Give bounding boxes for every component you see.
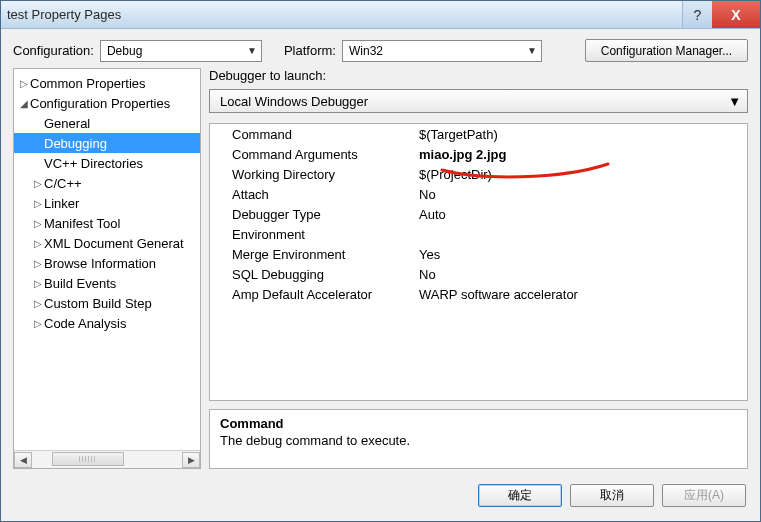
- tree-item-label: Linker: [44, 196, 79, 211]
- property-row[interactable]: Command$(TargetPath): [210, 124, 747, 144]
- property-name: Debugger Type: [210, 207, 415, 222]
- tree-item[interactable]: VC++ Directories: [14, 153, 200, 173]
- expander-icon[interactable]: ▷: [32, 298, 44, 309]
- description-box: Command The debug command to execute.: [209, 409, 748, 469]
- apply-button[interactable]: 应用(A): [662, 484, 746, 507]
- property-row[interactable]: Working Directory$(ProjectDir): [210, 164, 747, 184]
- description-text: The debug command to execute.: [220, 433, 737, 448]
- configuration-manager-button[interactable]: Configuration Manager...: [585, 39, 748, 62]
- property-row[interactable]: Debugger TypeAuto: [210, 204, 747, 224]
- property-value[interactable]: No: [415, 187, 747, 202]
- property-value[interactable]: $(ProjectDir): [415, 167, 747, 182]
- ok-button[interactable]: 确定: [478, 484, 562, 507]
- property-name: SQL Debugging: [210, 267, 415, 282]
- window-buttons: ? X: [682, 1, 760, 28]
- platform-combobox[interactable]: Win32 ▼: [342, 40, 542, 62]
- expander-icon[interactable]: ▷: [32, 198, 44, 209]
- property-value[interactable]: Yes: [415, 247, 747, 262]
- property-row[interactable]: Environment: [210, 224, 747, 244]
- property-row[interactable]: Amp Default AcceleratorWARP software acc…: [210, 284, 747, 304]
- expander-icon[interactable]: ▷: [32, 318, 44, 329]
- tree-item[interactable]: Debugging: [14, 133, 200, 153]
- expander-icon[interactable]: ▷: [32, 178, 44, 189]
- property-value[interactable]: No: [415, 267, 747, 282]
- scroll-track[interactable]: [32, 452, 182, 468]
- tree-item[interactable]: General: [14, 113, 200, 133]
- tree[interactable]: ▷Common Properties◢Configuration Propert…: [14, 69, 200, 450]
- tree-item-label: Build Events: [44, 276, 116, 291]
- property-name: Attach: [210, 187, 415, 202]
- tree-item-label: Browse Information: [44, 256, 156, 271]
- property-row[interactable]: Command Argumentsmiao.jpg 2.jpg: [210, 144, 747, 164]
- configuration-value: Debug: [107, 44, 142, 58]
- property-row[interactable]: SQL DebuggingNo: [210, 264, 747, 284]
- property-pages-window: test Property Pages ? X Configuration: D…: [0, 0, 761, 522]
- expander-icon[interactable]: ▷: [32, 258, 44, 269]
- tree-item-label: Debugging: [44, 136, 107, 151]
- scroll-right-button[interactable]: ▶: [182, 452, 200, 468]
- platform-value: Win32: [349, 44, 383, 58]
- expander-icon[interactable]: ▷: [18, 78, 30, 89]
- tree-item-label: Manifest Tool: [44, 216, 120, 231]
- dialog-footer: 确定 取消 应用(A): [1, 477, 760, 521]
- debugger-to-launch-combobox[interactable]: Local Windows Debugger ▼: [209, 89, 748, 113]
- property-name: Amp Default Accelerator: [210, 287, 415, 302]
- expander-icon[interactable]: ▷: [32, 278, 44, 289]
- configuration-combobox[interactable]: Debug ▼: [100, 40, 262, 62]
- property-grid[interactable]: Command$(TargetPath)Command Argumentsmia…: [209, 123, 748, 401]
- property-value[interactable]: Auto: [415, 207, 747, 222]
- property-value[interactable]: miao.jpg 2.jpg: [415, 147, 747, 162]
- help-button[interactable]: ?: [682, 1, 712, 28]
- scroll-left-button[interactable]: ◀: [14, 452, 32, 468]
- description-title: Command: [220, 416, 737, 431]
- property-value[interactable]: $(TargetPath): [415, 127, 747, 142]
- config-row: Configuration: Debug ▼ Platform: Win32 ▼…: [1, 29, 760, 68]
- body: ▷Common Properties◢Configuration Propert…: [1, 68, 760, 477]
- tree-item[interactable]: ▷Build Events: [14, 273, 200, 293]
- chevron-down-icon: ▼: [527, 45, 537, 56]
- cancel-button[interactable]: 取消: [570, 484, 654, 507]
- configuration-label: Configuration:: [13, 43, 94, 58]
- tree-item[interactable]: ▷Linker: [14, 193, 200, 213]
- debugger-to-launch-label: Debugger to launch:: [209, 68, 748, 83]
- property-name: Command: [210, 127, 415, 142]
- property-name: Merge Environment: [210, 247, 415, 262]
- tree-item-label: General: [44, 116, 90, 131]
- tree-item-label: Common Properties: [30, 76, 146, 91]
- property-row[interactable]: AttachNo: [210, 184, 747, 204]
- tree-item-label: Configuration Properties: [30, 96, 170, 111]
- tree-pane: ▷Common Properties◢Configuration Propert…: [13, 68, 201, 469]
- tree-item[interactable]: ▷Browse Information: [14, 253, 200, 273]
- property-name: Working Directory: [210, 167, 415, 182]
- tree-item-label: VC++ Directories: [44, 156, 143, 171]
- window-title: test Property Pages: [7, 7, 682, 22]
- tree-item-label: XML Document Generat: [44, 236, 184, 251]
- debugger-to-launch-value: Local Windows Debugger: [220, 94, 368, 109]
- scroll-thumb[interactable]: [52, 452, 124, 466]
- close-button[interactable]: X: [712, 1, 760, 28]
- expander-icon[interactable]: ▷: [32, 218, 44, 229]
- tree-item-label: C/C++: [44, 176, 82, 191]
- tree-item-label: Custom Build Step: [44, 296, 152, 311]
- property-name: Environment: [210, 227, 415, 242]
- property-value[interactable]: WARP software accelerator: [415, 287, 747, 302]
- expander-icon[interactable]: ▷: [32, 238, 44, 249]
- chevron-down-icon: ▼: [728, 94, 741, 109]
- tree-item[interactable]: ▷C/C++: [14, 173, 200, 193]
- tree-item[interactable]: ◢Configuration Properties: [14, 93, 200, 113]
- tree-item-label: Code Analysis: [44, 316, 126, 331]
- platform-label: Platform:: [284, 43, 336, 58]
- right-pane: Debugger to launch: Local Windows Debugg…: [209, 68, 748, 469]
- property-row[interactable]: Merge EnvironmentYes: [210, 244, 747, 264]
- tree-item[interactable]: ▷Code Analysis: [14, 313, 200, 333]
- property-name: Command Arguments: [210, 147, 415, 162]
- chevron-down-icon: ▼: [247, 45, 257, 56]
- tree-item[interactable]: ▷Common Properties: [14, 73, 200, 93]
- tree-item[interactable]: ▷XML Document Generat: [14, 233, 200, 253]
- tree-item[interactable]: ▷Manifest Tool: [14, 213, 200, 233]
- expander-icon[interactable]: ◢: [18, 98, 30, 109]
- titlebar: test Property Pages ? X: [1, 1, 760, 29]
- tree-item[interactable]: ▷Custom Build Step: [14, 293, 200, 313]
- tree-horizontal-scrollbar[interactable]: ◀ ▶: [14, 450, 200, 468]
